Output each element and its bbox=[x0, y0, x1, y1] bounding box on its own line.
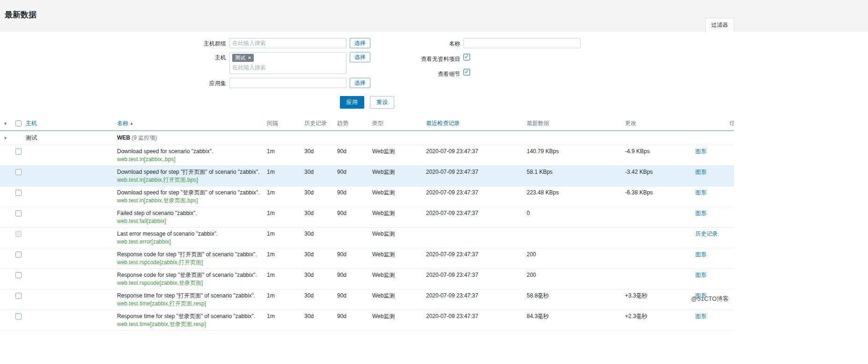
item-key-link[interactable]: web.test.time[zabbix,登录页面,resp] bbox=[117, 321, 262, 327]
header-latest-value: 最新数据 bbox=[524, 117, 623, 131]
item-history: 30d bbox=[302, 310, 335, 331]
item-trends: 90d bbox=[335, 166, 370, 186]
host-multiselect[interactable]: 测试× 在此输入搜索 bbox=[229, 52, 346, 74]
item-history: 30d bbox=[302, 269, 335, 290]
item-interval: 1m bbox=[265, 207, 302, 228]
item-key-link[interactable]: web.test.time[zabbix,打开页面,resp] bbox=[117, 300, 262, 307]
item-history: 30d bbox=[302, 145, 335, 166]
sort-asc-icon: ▲ bbox=[130, 121, 133, 126]
item-change: -3.42 KBps bbox=[623, 166, 693, 186]
item-interval: 1m bbox=[265, 248, 302, 269]
item-name: Response time for step "登录页面" of scenari… bbox=[117, 313, 262, 319]
item-type: Web监测 bbox=[370, 290, 424, 310]
item-name: Response code for step "打开页面" of scenari… bbox=[117, 251, 262, 258]
row-checkbox[interactable] bbox=[15, 252, 22, 258]
graph-link[interactable]: 图形 bbox=[695, 272, 706, 278]
item-type: Web监测 bbox=[370, 269, 424, 290]
item-change bbox=[623, 207, 693, 228]
table-row: Download speed for step "登录页面" of scenar… bbox=[0, 186, 734, 207]
header-link-column bbox=[693, 117, 727, 131]
show-details-checkbox[interactable] bbox=[463, 69, 470, 75]
item-latest-value bbox=[524, 228, 623, 248]
item-history: 30d bbox=[302, 228, 335, 248]
graph-link[interactable]: 图形 bbox=[695, 292, 706, 299]
item-key-link[interactable]: web.test.in[zabbix,,bps] bbox=[117, 156, 262, 163]
item-type: Web监测 bbox=[370, 166, 424, 186]
sort-host-header[interactable]: 主机 bbox=[26, 120, 37, 126]
host-search-placeholder[interactable]: 在此输入搜索 bbox=[232, 64, 344, 72]
header-history: 历史记录 bbox=[302, 117, 335, 131]
item-type: Web监测 bbox=[370, 310, 424, 331]
item-name: Download speed for step "登录页面" of scenar… bbox=[117, 189, 262, 196]
item-key-link[interactable]: web.test.rspcode[zabbix,打开页面] bbox=[117, 259, 262, 266]
item-key-link[interactable]: web.test.in[zabbix,登录页面,bps] bbox=[117, 197, 262, 204]
row-checkbox[interactable] bbox=[15, 169, 22, 175]
select-all-checkbox[interactable] bbox=[15, 120, 22, 126]
latest-data-table-wrap: ▼ 主机 名称▲ 间隔 历史记录 趋势 类型 最近检查记录 最新数据 更改 信息… bbox=[0, 117, 734, 331]
graph-link[interactable]: 图形 bbox=[695, 169, 706, 175]
collapse-group-icon[interactable]: ▼ bbox=[3, 136, 7, 141]
item-key-link[interactable]: web.test.error[zabbix] bbox=[117, 238, 262, 245]
collapse-all-icon[interactable]: ▼ bbox=[3, 121, 7, 126]
item-latest-value: 0 bbox=[524, 207, 623, 228]
item-last-check: 2020-07-09 23:47:37 bbox=[424, 269, 524, 290]
graph-link[interactable]: 图形 bbox=[695, 148, 706, 155]
item-latest-value: 58.8毫秒 bbox=[524, 290, 623, 310]
item-type: Web监测 bbox=[370, 207, 424, 228]
item-latest-value: 223.48 KBps bbox=[524, 186, 623, 207]
group-name: WEB bbox=[117, 134, 130, 141]
host-group-input[interactable] bbox=[229, 38, 346, 48]
item-type: Web监测 bbox=[370, 145, 424, 166]
filter-tab[interactable]: 过滤器 bbox=[705, 18, 734, 32]
table-row: Response code for step "登录页面" of scenari… bbox=[0, 269, 734, 290]
item-key-link[interactable]: web.test.fail[zabbix] bbox=[117, 218, 262, 224]
history-link[interactable]: 历史记录 bbox=[695, 230, 718, 237]
item-trends: 90d bbox=[335, 186, 370, 207]
graph-link[interactable]: 图形 bbox=[695, 251, 706, 258]
row-checkbox[interactable] bbox=[15, 210, 22, 216]
item-latest-value: 140.79 KBps bbox=[524, 145, 623, 166]
item-last-check: 2020-07-09 23:47:37 bbox=[424, 248, 524, 269]
graph-link[interactable]: 图形 bbox=[695, 189, 706, 196]
item-interval: 1m bbox=[265, 269, 302, 290]
row-checkbox[interactable] bbox=[15, 272, 22, 278]
application-input[interactable] bbox=[229, 78, 346, 88]
name-input[interactable] bbox=[463, 38, 581, 48]
item-trends: 90d bbox=[335, 269, 370, 290]
graph-link[interactable]: 图形 bbox=[695, 210, 706, 216]
row-checkbox[interactable] bbox=[15, 313, 22, 319]
table-row: Response time for step "登录页面" of scenari… bbox=[0, 310, 734, 331]
row-checkbox[interactable] bbox=[15, 293, 22, 299]
header-interval: 间隔 bbox=[265, 117, 302, 131]
sort-lastcheck-header[interactable]: 最近检查记录 bbox=[426, 120, 460, 126]
graph-link[interactable]: 图形 bbox=[695, 313, 706, 319]
item-history: 30d bbox=[302, 207, 335, 228]
item-change: -4.9 KBps bbox=[623, 145, 693, 166]
host-select-button[interactable]: 选择 bbox=[350, 52, 370, 62]
item-last-check bbox=[424, 228, 524, 248]
item-name: Last error message of scenario "zabbix". bbox=[117, 230, 262, 237]
host-tag-label: 测试 bbox=[235, 55, 245, 60]
apply-button[interactable]: 应用 bbox=[340, 96, 364, 109]
table-row: Download speed for scenario "zabbix".web… bbox=[0, 145, 734, 166]
application-select-button[interactable]: 选择 bbox=[350, 78, 370, 88]
item-change bbox=[623, 248, 693, 269]
row-checkbox[interactable] bbox=[15, 190, 22, 196]
host-group-select-button[interactable]: 选择 bbox=[350, 38, 370, 48]
reset-button[interactable]: 重设 bbox=[370, 96, 394, 109]
row-checkbox[interactable] bbox=[15, 149, 22, 155]
item-last-check: 2020-07-09 23:47:37 bbox=[424, 207, 524, 228]
item-key-link[interactable]: web.test.in[zabbix,打开页面,bps] bbox=[117, 177, 262, 183]
remove-tag-icon[interactable]: × bbox=[248, 55, 251, 60]
item-last-check: 2020-07-09 23:47:37 bbox=[424, 186, 524, 207]
item-key-link[interactable]: web.test.rspcode[zabbix,登录页面] bbox=[117, 280, 262, 286]
show-without-data-checkbox[interactable] bbox=[463, 54, 470, 60]
item-last-check: 2020-07-09 23:47:37 bbox=[424, 145, 524, 166]
row-checkbox-disabled bbox=[15, 231, 22, 237]
host-label: 主机 bbox=[184, 52, 226, 62]
item-interval: 1m bbox=[265, 145, 302, 166]
item-latest-value: 200 bbox=[524, 248, 623, 269]
table-row: Response code for step "打开页面" of scenari… bbox=[0, 248, 734, 269]
sort-name-header[interactable]: 名称▲ bbox=[117, 120, 133, 126]
item-latest-value: 84.3毫秒 bbox=[524, 310, 623, 331]
